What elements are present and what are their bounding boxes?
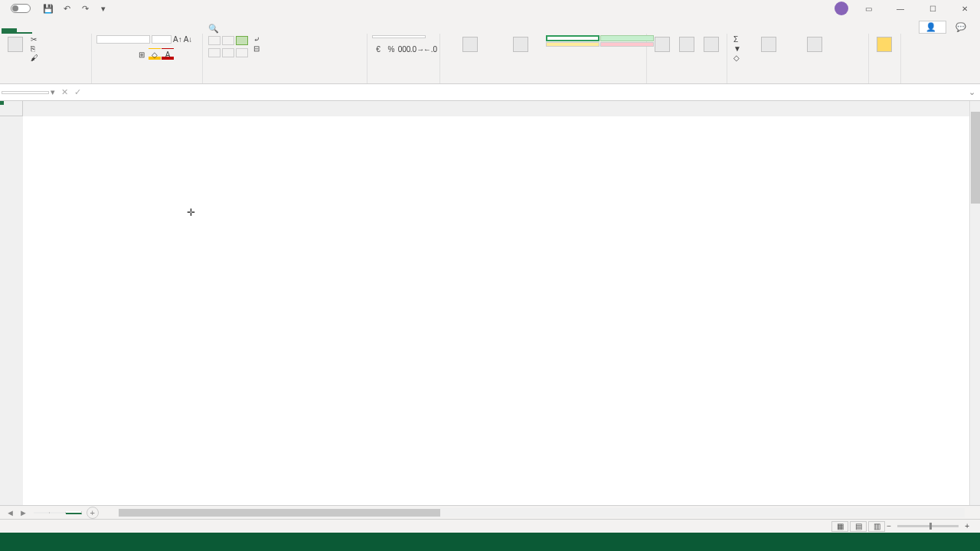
align-right[interactable] xyxy=(236,48,248,57)
style-gut[interactable] xyxy=(600,35,654,41)
format-cells-button[interactable] xyxy=(701,35,722,55)
underline-button[interactable] xyxy=(122,48,135,60)
insert-cells-button[interactable] xyxy=(652,35,673,55)
comments-button[interactable]: 💬 xyxy=(949,21,975,33)
formula-input[interactable] xyxy=(96,92,964,93)
toggle-icon[interactable] xyxy=(11,4,31,13)
worksheet-grid[interactable]: ✛ xyxy=(0,101,980,505)
align-mid[interactable] xyxy=(222,36,234,45)
horizontal-scrollbar[interactable] xyxy=(119,508,965,517)
select-all-corner[interactable] xyxy=(0,101,23,116)
tab-fuzzy[interactable] xyxy=(170,28,185,34)
paste-icon xyxy=(8,37,23,52)
tab-formulas[interactable] xyxy=(63,28,78,34)
expand-fbar-icon[interactable]: ⌄ xyxy=(964,87,980,97)
font-name-select[interactable] xyxy=(96,35,150,44)
ribbon-mode-icon[interactable]: ▭ xyxy=(856,0,880,17)
sheet-tab-rohdaten[interactable] xyxy=(34,512,50,514)
tab-file[interactable] xyxy=(2,28,17,34)
vertical-scrollbar[interactable] xyxy=(969,101,980,505)
tab-factset[interactable] xyxy=(155,28,170,34)
zoom-out-icon[interactable]: − xyxy=(887,522,891,530)
align-ctr[interactable] xyxy=(222,48,234,57)
share-button[interactable]: 👤 xyxy=(919,21,946,34)
share-icon: 👤 xyxy=(926,22,936,32)
normal-view-icon[interactable]: ▦ xyxy=(831,521,848,532)
undo-icon[interactable]: ↶ xyxy=(61,3,72,14)
sort-filter-button[interactable] xyxy=(748,35,789,55)
qat-more-icon[interactable]: ▾ xyxy=(98,3,109,14)
copy-button[interactable]: ⎘ xyxy=(29,44,42,53)
add-sheet-button[interactable]: + xyxy=(87,507,99,519)
scroll-thumb[interactable] xyxy=(971,112,980,204)
align-top[interactable] xyxy=(208,36,220,45)
tab-help[interactable] xyxy=(139,28,155,34)
cut-icon: ✂ xyxy=(31,35,37,44)
autosave-toggle[interactable] xyxy=(0,4,37,13)
cond-format-button[interactable] xyxy=(445,35,495,55)
tab-devtools[interactable] xyxy=(124,28,139,34)
increase-font-icon[interactable]: A↑ xyxy=(173,35,182,44)
ribbon-tabs: 🔍 👤 💬 xyxy=(0,17,980,34)
zoom-slider[interactable] xyxy=(897,525,959,527)
tab-data[interactable] xyxy=(78,28,93,34)
name-box[interactable] xyxy=(2,91,49,94)
avatar[interactable] xyxy=(835,2,848,15)
align-left[interactable] xyxy=(208,48,220,57)
cut-button[interactable]: ✂ xyxy=(29,35,42,44)
wrap-text-button[interactable]: ⤶ xyxy=(252,35,263,44)
decrease-font-icon[interactable]: A↓ xyxy=(184,35,193,44)
page-break-view-icon[interactable]: ▥ xyxy=(868,521,885,532)
comma-icon[interactable]: 000 xyxy=(398,43,410,55)
hscroll-thumb[interactable] xyxy=(119,509,440,517)
tab-view[interactable] xyxy=(109,28,124,34)
cell-styles-gallery[interactable] xyxy=(546,35,654,47)
close-icon[interactable]: ✕ xyxy=(952,0,977,17)
bold-button[interactable] xyxy=(96,48,109,60)
italic-button[interactable] xyxy=(109,48,122,60)
cancel-formula-icon[interactable]: ✕ xyxy=(61,87,68,97)
inc-decimal-icon[interactable]: .0→ xyxy=(411,43,423,55)
save-icon[interactable]: 💾 xyxy=(43,3,54,14)
prev-sheet-icon[interactable]: ◄ xyxy=(6,508,15,517)
delete-cells-button[interactable] xyxy=(676,35,697,55)
currency-icon[interactable]: € xyxy=(372,43,384,55)
fill-button[interactable]: ▼ xyxy=(732,44,745,53)
font-color-icon[interactable]: A xyxy=(162,48,174,60)
search-box[interactable]: 🔍 xyxy=(208,24,222,34)
find-select-button[interactable] xyxy=(792,35,837,55)
percent-icon[interactable]: % xyxy=(385,43,397,55)
style-neutral[interactable] xyxy=(546,42,599,47)
ideas-button[interactable] xyxy=(874,35,895,55)
page-layout-view-icon[interactable]: ▤ xyxy=(850,521,867,532)
table-icon xyxy=(513,37,528,52)
as-table-button[interactable] xyxy=(498,35,543,55)
clear-button[interactable]: ◇ xyxy=(732,54,745,62)
autosum-button[interactable]: Σ xyxy=(732,35,745,44)
maximize-icon[interactable]: ☐ xyxy=(920,0,945,17)
style-schlecht[interactable] xyxy=(600,42,654,47)
align-bot[interactable] xyxy=(236,36,248,45)
sheet-tab-aufgaben[interactable] xyxy=(50,512,66,514)
enter-formula-icon[interactable]: ✓ xyxy=(74,87,81,97)
font-size-select[interactable] xyxy=(152,35,172,44)
border-icon[interactable]: ⊞ xyxy=(136,48,148,60)
tab-powerpivot[interactable] xyxy=(185,28,201,34)
redo-icon[interactable]: ↷ xyxy=(80,3,90,14)
format-painter-button[interactable]: 🖌 xyxy=(29,54,42,62)
sheet-tab-pivot[interactable] xyxy=(66,511,82,514)
style-standard[interactable] xyxy=(546,35,599,41)
merge-button[interactable]: ⊟ xyxy=(252,44,263,53)
clear-icon: ◇ xyxy=(733,54,740,62)
next-sheet-icon[interactable]: ► xyxy=(19,508,28,517)
minimize-icon[interactable]: — xyxy=(888,0,913,17)
fill-color-icon[interactable]: ◇ xyxy=(149,48,161,60)
dec-decimal-icon[interactable]: ←.0 xyxy=(424,43,436,55)
tab-insert[interactable] xyxy=(32,28,47,34)
paste-button[interactable] xyxy=(5,35,26,55)
tab-pagelayout[interactable] xyxy=(47,28,63,34)
number-format-select[interactable] xyxy=(372,35,426,38)
tab-review[interactable] xyxy=(93,28,109,34)
zoom-in-icon[interactable]: + xyxy=(965,522,969,530)
tab-start[interactable] xyxy=(17,27,32,34)
